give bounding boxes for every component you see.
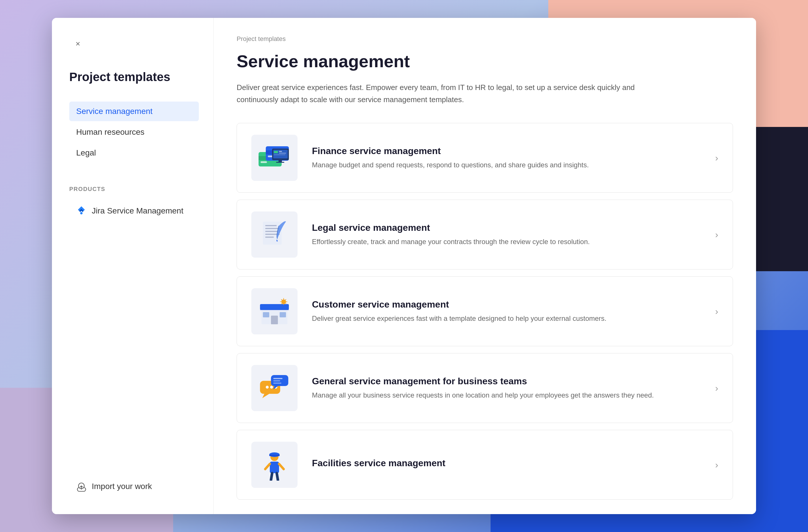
svg-rect-25	[271, 316, 278, 324]
svg-rect-36	[273, 378, 282, 379]
chevron-right-icon-customer: ›	[715, 306, 718, 317]
template-card-finance[interactable]: Finance service management Manage budget…	[237, 123, 733, 193]
svg-rect-4	[261, 161, 267, 163]
svg-rect-21	[265, 237, 274, 238]
svg-rect-42	[270, 462, 279, 473]
svg-marker-30	[262, 394, 269, 398]
template-icon-general	[251, 365, 297, 411]
legal-illustration	[257, 219, 292, 251]
template-name-customer: Customer service management	[312, 299, 701, 310]
template-list: Finance service management Manage budget…	[237, 123, 733, 500]
finance-illustration	[257, 143, 292, 172]
chevron-right-icon-facilities: ›	[715, 460, 718, 470]
sidebar: × Project templates Service management H…	[52, 18, 214, 514]
svg-rect-26	[263, 312, 269, 317]
svg-rect-10	[274, 151, 278, 153]
svg-line-45	[271, 473, 272, 480]
svg-rect-13	[274, 154, 286, 155]
svg-rect-19	[265, 231, 278, 232]
facilities-illustration	[257, 449, 292, 481]
svg-rect-23	[260, 304, 289, 310]
template-icon-facilities	[251, 442, 297, 488]
template-name-legal: Legal service management	[312, 222, 701, 233]
general-illustration	[257, 372, 292, 404]
sidebar-title: Project templates	[69, 70, 199, 84]
template-name-finance: Finance service management	[312, 146, 701, 157]
breadcrumb: Project templates	[237, 35, 733, 43]
chevron-right-icon-finance: ›	[715, 153, 718, 163]
svg-rect-38	[273, 383, 281, 384]
template-card-legal[interactable]: Legal service management Effortlessly cr…	[237, 200, 733, 270]
template-info-finance: Finance service management Manage budget…	[312, 146, 701, 170]
sidebar-item-service-management[interactable]: Service management	[69, 102, 199, 121]
svg-line-46	[277, 473, 278, 480]
modal-container: × Project templates Service management H…	[52, 18, 756, 514]
svg-rect-15	[276, 162, 284, 163]
svg-point-31	[266, 386, 269, 389]
svg-rect-12	[279, 153, 286, 154]
sidebar-nav: Service management Human reseources Lega…	[69, 102, 199, 163]
template-desc-general: Manage all your business service request…	[312, 390, 701, 400]
svg-rect-41	[269, 455, 280, 456]
template-desc-finance: Manage budget and spend requests, respon…	[312, 160, 701, 170]
template-desc-customer: Deliver great service experiences fast w…	[312, 313, 701, 324]
template-card-general[interactable]: General service management for business …	[237, 353, 733, 423]
chevron-right-icon-general: ›	[715, 383, 718, 393]
page-description: Deliver great service experiences fast. …	[237, 81, 641, 106]
sidebar-item-legal[interactable]: Legal	[69, 143, 199, 163]
template-info-customer: Customer service management Deliver grea…	[312, 299, 701, 324]
svg-rect-11	[279, 151, 282, 152]
template-info-legal: Legal service management Effortlessly cr…	[312, 222, 701, 247]
import-work-item[interactable]: Import your work	[69, 476, 199, 497]
svg-rect-17	[265, 225, 277, 226]
products-section-label: PRODUCTS	[69, 186, 199, 192]
template-desc-legal: Effortlessly create, track and manage yo…	[312, 237, 701, 247]
sidebar-item-jira[interactable]: Jira Service Management	[69, 201, 199, 221]
svg-point-32	[270, 386, 273, 389]
sidebar-divider	[69, 224, 199, 476]
svg-line-43	[265, 464, 270, 469]
template-icon-customer	[251, 288, 297, 334]
svg-rect-27	[280, 312, 286, 317]
svg-point-0	[80, 212, 82, 214]
template-icon-legal	[251, 212, 297, 258]
svg-rect-37	[273, 380, 280, 381]
close-button[interactable]: ×	[69, 35, 87, 53]
template-card-customer[interactable]: Customer service management Deliver grea…	[237, 276, 733, 346]
template-info-general: General service management for business …	[312, 376, 701, 400]
template-icon-finance	[251, 135, 297, 181]
page-title: Service management	[237, 51, 733, 71]
svg-rect-18	[265, 228, 280, 229]
template-info-facilities: Facilities service management	[312, 458, 701, 472]
chevron-right-icon-legal: ›	[715, 230, 718, 240]
template-card-facilities[interactable]: Facilities service management ›	[237, 430, 733, 500]
template-name-facilities: Facilities service management	[312, 458, 701, 469]
sidebar-item-human-resources[interactable]: Human reseources	[69, 122, 199, 142]
svg-line-44	[279, 464, 284, 469]
upload-cloud-icon	[76, 481, 87, 492]
template-name-general: General service management for business …	[312, 376, 701, 387]
jira-icon	[76, 206, 87, 216]
svg-rect-14	[278, 160, 282, 162]
main-content: Project templates Service management Del…	[214, 18, 756, 514]
customer-illustration	[257, 295, 292, 327]
